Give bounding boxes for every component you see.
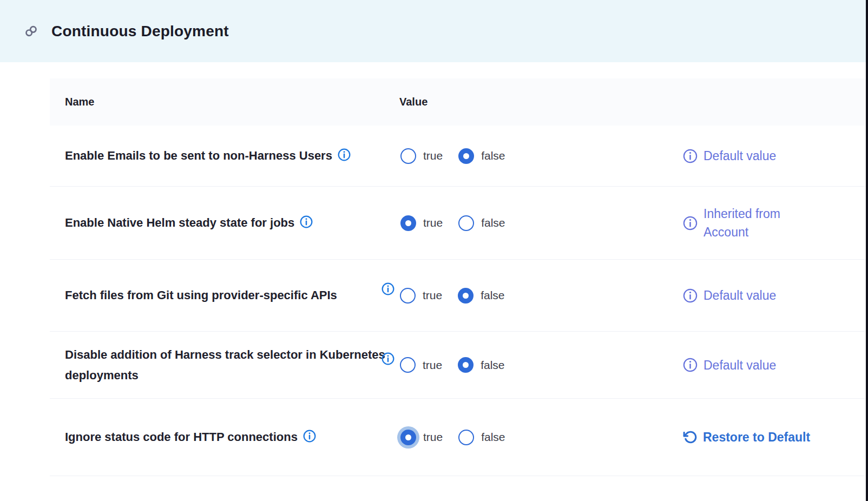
setting-name: Ignore status code for HTTP connections bbox=[65, 427, 390, 447]
settings-table: Name Value Enable Emails to be sent to n… bbox=[50, 78, 865, 476]
info-icon[interactable] bbox=[382, 282, 394, 295]
status-default-value: Default value bbox=[683, 147, 865, 165]
settings-page: Continuous Deployment Name Value Enable … bbox=[0, 0, 868, 501]
setting-value: true false bbox=[399, 148, 659, 164]
radio-false[interactable] bbox=[458, 288, 474, 304]
info-icon[interactable] bbox=[683, 216, 698, 230]
radio-option-false[interactable]: false bbox=[457, 215, 520, 231]
radio-false[interactable] bbox=[458, 215, 474, 231]
table-header-row: Name Value bbox=[50, 78, 865, 126]
radio-option-true[interactable]: true bbox=[399, 148, 457, 164]
setting-value: true false bbox=[399, 430, 659, 445]
info-icon[interactable] bbox=[303, 430, 316, 443]
restore-icon bbox=[683, 430, 697, 444]
info-icon[interactable] bbox=[300, 215, 313, 228]
radio-option-true[interactable]: true bbox=[399, 430, 457, 445]
radio-true[interactable] bbox=[400, 430, 416, 445]
info-icon[interactable] bbox=[683, 288, 698, 303]
info-icon[interactable] bbox=[338, 148, 351, 161]
radio-option-false[interactable]: false bbox=[457, 430, 520, 445]
setting-value: true false bbox=[399, 215, 659, 231]
radio-true[interactable] bbox=[400, 357, 416, 373]
status-default-value: Default value bbox=[683, 356, 865, 374]
radio-option-true[interactable]: true bbox=[399, 215, 457, 231]
setting-row-fetch-git: Fetch files from Git using provider-spec… bbox=[50, 260, 865, 332]
status-default-value: Default value bbox=[683, 286, 865, 305]
screenshot-right-edge bbox=[866, 0, 868, 501]
info-icon[interactable] bbox=[683, 149, 698, 163]
status-inherited: Inherited from Account bbox=[683, 205, 865, 241]
column-header-name: Name bbox=[65, 96, 399, 108]
radio-true[interactable] bbox=[400, 148, 416, 164]
section-header: Continuous Deployment bbox=[0, 0, 868, 62]
radio-false[interactable] bbox=[458, 430, 474, 445]
setting-name: Fetch files from Git using provider-spec… bbox=[65, 285, 390, 306]
setting-name: Enable Native Helm steady state for jobs bbox=[65, 213, 390, 233]
link-icon[interactable] bbox=[24, 24, 38, 38]
radio-option-false[interactable]: false bbox=[457, 357, 519, 373]
radio-false[interactable] bbox=[458, 357, 474, 373]
setting-row-enable-emails: Enable Emails to be sent to non-Harness … bbox=[50, 126, 865, 187]
radio-option-false[interactable]: false bbox=[457, 288, 519, 304]
radio-option-true[interactable]: true bbox=[399, 288, 457, 304]
restore-to-default-button[interactable]: Restore to Default bbox=[683, 428, 865, 446]
page-title: Continuous Deployment bbox=[51, 23, 229, 40]
setting-row-track-selector: Disable addition of Harness track select… bbox=[50, 332, 865, 399]
setting-row-ignore-status-code: Ignore status code for HTTP connections … bbox=[50, 399, 865, 476]
radio-true[interactable] bbox=[400, 215, 416, 231]
info-icon[interactable] bbox=[382, 352, 394, 365]
setting-value: true false bbox=[399, 357, 659, 373]
radio-true[interactable] bbox=[400, 288, 416, 304]
radio-option-false[interactable]: false bbox=[457, 148, 520, 164]
setting-value: true false bbox=[399, 288, 659, 304]
radio-false[interactable] bbox=[458, 148, 474, 164]
info-icon[interactable] bbox=[683, 358, 698, 372]
setting-row-native-helm: Enable Native Helm steady state for jobs… bbox=[50, 187, 865, 260]
setting-name: Enable Emails to be sent to non-Harness … bbox=[65, 146, 390, 166]
radio-option-true[interactable]: true bbox=[399, 357, 457, 373]
setting-name: Disable addition of Harness track select… bbox=[65, 345, 390, 386]
column-header-value: Value bbox=[399, 96, 659, 108]
